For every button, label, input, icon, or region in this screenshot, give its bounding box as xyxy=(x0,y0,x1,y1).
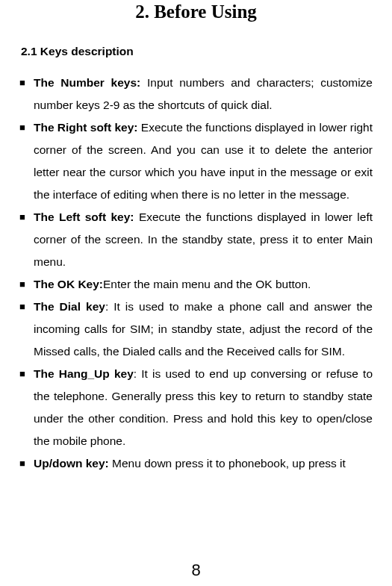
list-item: ■ Up/down key: Menu down press it to pho… xyxy=(19,452,373,475)
square-bullet-icon: ■ xyxy=(19,363,25,385)
list-item: ■ The Hang_Up key: It is used to end up … xyxy=(19,363,373,452)
list-item: ■ The Dial key: It is used to make a pho… xyxy=(19,296,373,363)
list-item: ■ The Left soft key: Execute the functio… xyxy=(19,206,373,273)
item-label: The Number keys: xyxy=(34,76,140,89)
item-label: The OK Key: xyxy=(34,278,103,290)
square-bullet-icon: ■ xyxy=(19,296,25,318)
square-bullet-icon: ■ xyxy=(19,116,25,139)
square-bullet-icon: ■ xyxy=(19,72,25,94)
square-bullet-icon: ■ xyxy=(19,206,25,228)
section-heading: 2.1 Keys description xyxy=(21,45,373,58)
list-item: ■ The Number keys: Input numbers and cha… xyxy=(19,72,373,116)
list-item: ■ The OK Key:Enter the main menu and the… xyxy=(19,273,373,296)
square-bullet-icon: ■ xyxy=(19,273,25,296)
chapter-title: 2. Before Using xyxy=(19,1,373,22)
item-label: The Right soft key: xyxy=(34,121,138,134)
item-text: Menu down press it to phonebook, up pres… xyxy=(109,457,346,470)
list-item: ■ The Right soft key: Execute the functi… xyxy=(19,116,373,206)
bullet-list: ■ The Number keys: Input numbers and cha… xyxy=(19,72,373,475)
square-bullet-icon: ■ xyxy=(19,452,25,475)
document-page: 2. Before Using 2.1 Keys description ■ T… xyxy=(0,1,392,475)
item-text: Enter the main menu and the OK button. xyxy=(103,278,311,290)
item-label: The Left soft key: xyxy=(34,211,134,223)
item-label: The Hang_Up key xyxy=(34,367,134,380)
page-number: 8 xyxy=(0,561,392,580)
item-label: Up/down key: xyxy=(34,457,109,470)
item-label: The Dial key xyxy=(34,300,105,313)
